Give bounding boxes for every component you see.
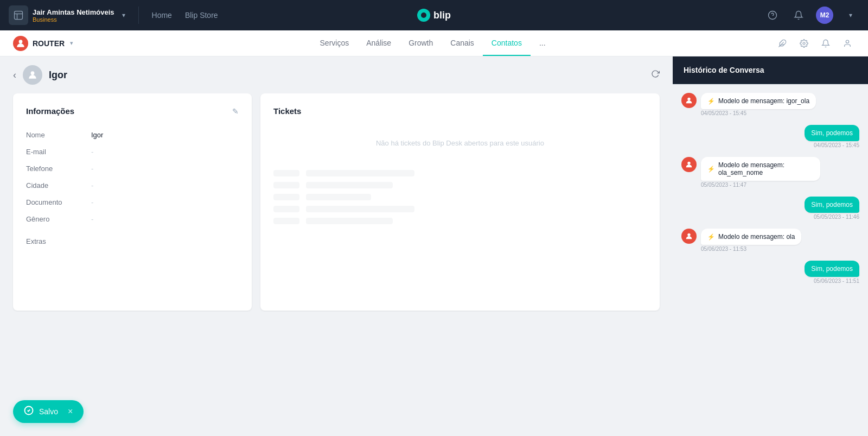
account-chevron-icon[interactable]: ▾	[122, 11, 125, 19]
bot-avatar	[13, 36, 28, 51]
svg-point-6	[803, 42, 805, 45]
message-time-outgoing-3: 05/06/2023 - 11:51	[805, 278, 859, 284]
skeleton-row-5	[273, 218, 647, 224]
message-row-incoming-2: ⚡ Modelo de mensagem: ola_sem_nome 05/05…	[681, 157, 859, 188]
page-header: ‹ Igor	[13, 65, 660, 85]
message-text-2: Modelo de mensagem: ola_sem_nome	[718, 161, 814, 176]
content-area: ‹ Igor Informações ✎ Nome Igor	[0, 56, 673, 436]
field-value-genero: -	[91, 215, 93, 223]
contact-name: Igor	[49, 69, 67, 81]
nav-link-home[interactable]: Home	[152, 11, 172, 20]
account-type: Business	[33, 16, 114, 23]
secondary-nav-right	[775, 36, 855, 51]
message-bubble-wrap-2: ⚡ Modelo de mensagem: ola_sem_nome 05/05…	[701, 157, 820, 188]
field-label-telefone: Telefone	[26, 165, 91, 173]
field-label-genero: Gênero	[26, 215, 91, 223]
message-time-outgoing-1: 04/05/2023 - 15:45	[805, 142, 859, 148]
nav-link-blipstore[interactable]: Blip Store	[185, 11, 218, 20]
message-row-outgoing-2: Sim, podemos 05/05/2023 - 11:46	[681, 197, 859, 220]
field-value-telefone: -	[91, 165, 93, 173]
tab-canais[interactable]: Canais	[442, 30, 483, 56]
sender-avatar-1	[681, 93, 697, 108]
skeleton-box	[306, 206, 414, 212]
help-icon[interactable]	[764, 7, 781, 24]
message-bubble-2: ⚡ Modelo de mensagem: ola_sem_nome	[701, 157, 820, 181]
bot-selector[interactable]: ROUTER ▾	[13, 36, 73, 51]
toast-notification: Salvo ×	[13, 400, 84, 423]
account-info: Jair Amintas Netimóveis Business	[33, 8, 114, 23]
info-row-email: E-mail -	[26, 143, 239, 160]
skeleton-row-3	[273, 194, 647, 200]
gear-icon[interactable]	[796, 36, 812, 51]
field-label-email: E-mail	[26, 148, 91, 156]
account-section: Jair Amintas Netimóveis Business ▾ Home …	[9, 5, 218, 25]
message-row-incoming-1: ⚡ Modelo de mensagem: igor_ola 04/05/202…	[681, 93, 859, 116]
info-card-title: Informações	[26, 106, 74, 116]
toast-close-button[interactable]: ×	[68, 407, 73, 416]
field-label-cidade: Cidade	[26, 181, 91, 189]
message-bubble-outgoing-1: Sim, podemos	[805, 125, 859, 141]
account-dropdown-icon[interactable]: ▾	[842, 7, 859, 24]
tab-servicos[interactable]: Serviços	[311, 30, 358, 56]
main-content: ‹ Igor Informações ✎ Nome Igor	[0, 56, 868, 436]
skeleton-box	[273, 194, 299, 200]
tab-contatos[interactable]: Contatos	[483, 30, 531, 56]
message-group-3: ⚡ Modelo de mensagem: ola 05/06/2023 - 1…	[681, 229, 859, 252]
back-button[interactable]: ‹	[13, 69, 16, 81]
field-value-documento: -	[91, 198, 93, 206]
info-row-nome: Nome Igor	[26, 127, 239, 143]
tickets-card: Tickets Não há tickets do Blip Desk aber…	[260, 93, 660, 311]
message-text-1: Modelo de mensagem: igor_ola	[718, 97, 809, 105]
bot-name: ROUTER	[33, 39, 65, 48]
notifications-icon[interactable]	[790, 7, 807, 24]
svg-point-11	[687, 233, 690, 236]
field-value-nome: Igor	[91, 131, 103, 139]
field-label-documento: Documento	[26, 198, 91, 206]
message-text-outgoing-2: Sim, podemos	[811, 201, 853, 208]
sender-avatar-3	[681, 229, 697, 244]
sender-avatar-2	[681, 157, 697, 172]
message-bubble-wrap-reply-3: Sim, podemos 05/06/2023 - 11:51	[805, 261, 859, 284]
person-icon[interactable]	[840, 36, 855, 51]
blip-logo: blip	[417, 9, 451, 22]
message-bubble-wrap-1: ⚡ Modelo de mensagem: igor_ola 04/05/202…	[701, 93, 816, 116]
message-group-1: ⚡ Modelo de mensagem: igor_ola 04/05/202…	[681, 93, 859, 116]
svg-point-3	[19, 40, 23, 43]
tab-more[interactable]: ...	[531, 30, 554, 56]
message-time-outgoing-2: 05/05/2023 - 11:46	[805, 214, 859, 220]
blip-logo-text: blip	[433, 10, 451, 21]
puzzle-icon[interactable]	[775, 36, 790, 51]
secondary-nav-tabs: Serviços Análise Growth Canais Contatos …	[91, 30, 775, 56]
svg-point-8	[31, 71, 35, 75]
info-row-documento: Documento -	[26, 194, 239, 211]
tickets-skeleton	[273, 170, 647, 224]
message-bubble-wrap-reply-2: Sim, podemos 05/05/2023 - 11:46	[805, 197, 859, 220]
user-avatar[interactable]: M2	[816, 7, 833, 24]
top-nav-links: Home Blip Store	[152, 11, 218, 20]
message-bubble-wrap-3: ⚡ Modelo de mensagem: ola 05/06/2023 - 1…	[701, 229, 801, 252]
message-time-1: 04/05/2023 - 15:45	[701, 110, 816, 116]
edit-icon[interactable]: ✎	[232, 107, 239, 116]
tab-analise[interactable]: Análise	[358, 30, 400, 56]
bell-icon[interactable]	[818, 36, 833, 51]
history-messages[interactable]: ⚡ Modelo de mensagem: igor_ola 04/05/202…	[673, 84, 868, 436]
message-bubble-3: ⚡ Modelo de mensagem: ola	[701, 229, 801, 245]
message-text-outgoing-3: Sim, podemos	[811, 265, 853, 273]
refresh-button[interactable]	[651, 69, 660, 80]
skeleton-box	[306, 182, 393, 188]
blip-logo-dot	[417, 9, 430, 22]
history-header: Histórico de Conversa	[673, 56, 868, 84]
message-time-3: 05/06/2023 - 11:53	[701, 246, 801, 252]
svg-point-7	[846, 40, 848, 43]
skeleton-box	[273, 170, 299, 176]
contact-avatar	[23, 65, 42, 85]
history-title: Histórico de Conversa	[684, 66, 764, 74]
skeleton-box	[306, 170, 414, 176]
skeleton-box	[273, 206, 299, 212]
info-row-telefone: Telefone -	[26, 160, 239, 177]
svg-point-10	[687, 162, 690, 165]
info-card-header: Informações ✎	[26, 106, 239, 116]
tab-growth[interactable]: Growth	[400, 30, 442, 56]
message-bubble-outgoing-2: Sim, podemos	[805, 197, 859, 213]
skeleton-box	[273, 218, 299, 224]
